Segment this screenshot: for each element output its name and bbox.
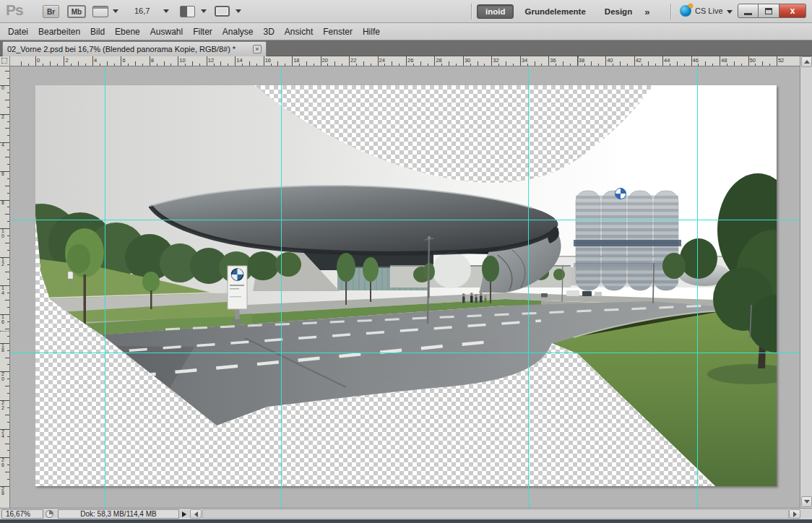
ruler-tick <box>734 61 735 66</box>
document-tab-bar: 02_Vorne 2.psd bei 16,7% (Blended panora… <box>0 40 812 56</box>
ruler-tick <box>7 207 10 207</box>
ruler-tick <box>142 64 143 66</box>
ruler-tick <box>5 100 9 100</box>
zoom-level-dropdown-icon[interactable] <box>163 9 169 13</box>
menu-item-analyse[interactable]: Analyse <box>217 27 259 37</box>
cursor-position-marker <box>0 331 10 332</box>
scroll-right-button[interactable] <box>789 509 800 519</box>
screen-mode-icon[interactable] <box>215 6 230 17</box>
vertical-ruler[interactable]: 024681 01 21 41 61 82 02 22 42 62 8 <box>0 66 10 508</box>
cs-live-menu[interactable]: CS Live <box>680 5 733 17</box>
ruler-tick <box>7 178 10 179</box>
menu-item-3d[interactable]: 3D <box>259 27 280 37</box>
arrange-documents-icon[interactable] <box>180 6 195 17</box>
arrow-up-icon <box>804 57 810 64</box>
zoom-level-field[interactable]: 16,7 <box>134 7 150 15</box>
ruler-label: 2 8 <box>1 487 4 496</box>
ruler-tick <box>342 64 342 66</box>
menu-bar: DateiBearbeitenBildEbeneAuswahlFilterAna… <box>0 23 812 40</box>
workspace-overflow-icon[interactable]: » <box>644 7 648 17</box>
guide-vertical[interactable] <box>281 66 282 508</box>
menu-item-datei[interactable]: Datei <box>3 27 33 37</box>
view-extras-dropdown-icon[interactable] <box>113 9 118 13</box>
ruler-label: 1 6 <box>1 315 4 324</box>
ruler-tick <box>655 64 656 66</box>
ruler-tick <box>535 61 535 66</box>
scroll-down-button[interactable] <box>801 496 812 507</box>
maximize-button[interactable] <box>759 4 779 18</box>
launch-bridge-button[interactable]: Br <box>43 5 59 18</box>
ruler-tick <box>57 64 58 66</box>
menu-item-ebene[interactable]: Ebene <box>110 27 145 37</box>
ruler-tick <box>114 64 115 66</box>
status-zoom-field[interactable]: 16,67% <box>1 509 43 519</box>
ruler-tick <box>121 56 121 66</box>
canvas-viewport[interactable] <box>10 66 800 508</box>
ruler-tick <box>513 64 514 66</box>
ruler-tick <box>484 64 485 66</box>
toolbar-separator <box>670 4 671 20</box>
status-options-arrow-icon[interactable] <box>182 511 186 517</box>
ruler-tick <box>399 64 399 66</box>
ruler-label: 30 <box>465 57 470 64</box>
ruler-tick <box>570 64 571 66</box>
ruler-label: 28 <box>436 57 441 64</box>
ruler-tick <box>527 64 528 66</box>
ruler-tick <box>7 293 10 293</box>
ruler-origin-box[interactable] <box>0 56 10 66</box>
document-canvas[interactable] <box>35 85 777 486</box>
menu-item-fenster[interactable]: Fenster <box>318 27 358 37</box>
ruler-label: 22 <box>350 57 356 64</box>
ruler-tick <box>7 321 10 322</box>
workspace-inoid[interactable]: inoid <box>477 4 514 19</box>
workspace-grundelemente[interactable]: Grundelemente <box>517 5 593 18</box>
ruler-tick <box>520 56 521 66</box>
launch-mini-bridge-button[interactable]: Mb <box>67 5 86 18</box>
ruler-tick <box>648 61 649 66</box>
vertical-scrollbar[interactable] <box>800 56 812 508</box>
ruler-tick <box>591 61 592 66</box>
guide-vertical[interactable] <box>697 66 698 508</box>
menu-item-ansicht[interactable]: Ansicht <box>280 27 318 37</box>
view-extras-icon[interactable] <box>92 6 108 17</box>
horizontal-ruler[interactable]: 0246810121416182022242628303234363840424… <box>10 56 800 66</box>
ruler-tick <box>7 135 10 136</box>
ruler-tick <box>64 56 64 66</box>
document-tab[interactable]: 02_Vorne 2.psd bei 16,7% (Blended panora… <box>2 41 267 56</box>
document-tab-title: 02_Vorne 2.psd bei 16,7% (Blended panora… <box>7 45 250 53</box>
close-button[interactable]: x <box>779 4 806 18</box>
close-icon: x <box>790 6 795 16</box>
ruler-label: 18 <box>293 57 299 64</box>
ruler-tick <box>7 279 10 280</box>
ruler-tick <box>192 61 193 66</box>
arrange-documents-dropdown-icon[interactable] <box>201 9 207 13</box>
menu-item-bearbeiten[interactable]: Bearbeiten <box>33 27 85 37</box>
guide-horizontal[interactable] <box>10 220 800 220</box>
guide-horizontal[interactable] <box>10 353 800 353</box>
ruler-tick <box>563 61 563 66</box>
scroll-left-button[interactable] <box>190 509 202 519</box>
ruler-tick <box>178 56 178 66</box>
workspace-design[interactable]: Design <box>597 5 640 18</box>
menu-item-bild[interactable]: Bild <box>85 27 110 37</box>
menu-item-auswahl[interactable]: Auswahl <box>145 27 188 37</box>
screen-mode-dropdown-icon[interactable] <box>236 9 241 13</box>
ruler-tick <box>456 64 457 66</box>
ruler-tick <box>299 64 300 66</box>
panorama-photo <box>35 85 777 486</box>
ruler-label: 26 <box>407 57 413 64</box>
ruler-tick <box>7 393 10 394</box>
scroll-up-button[interactable] <box>801 56 812 67</box>
menu-item-hilfe[interactable]: Hilfe <box>358 27 385 37</box>
menu-item-filter[interactable]: Filter <box>188 27 217 37</box>
minimize-button[interactable] <box>738 4 759 18</box>
ruler-label: 50 <box>750 57 756 64</box>
horizontal-scrollbar[interactable] <box>202 509 789 519</box>
tab-close-icon[interactable]: × <box>253 45 262 53</box>
ruler-tick <box>7 379 10 379</box>
guide-vertical[interactable] <box>528 66 529 508</box>
ruler-tick <box>755 64 756 66</box>
ruler-tick <box>157 64 157 66</box>
ruler-tick <box>392 61 392 66</box>
guide-vertical[interactable] <box>105 66 105 508</box>
